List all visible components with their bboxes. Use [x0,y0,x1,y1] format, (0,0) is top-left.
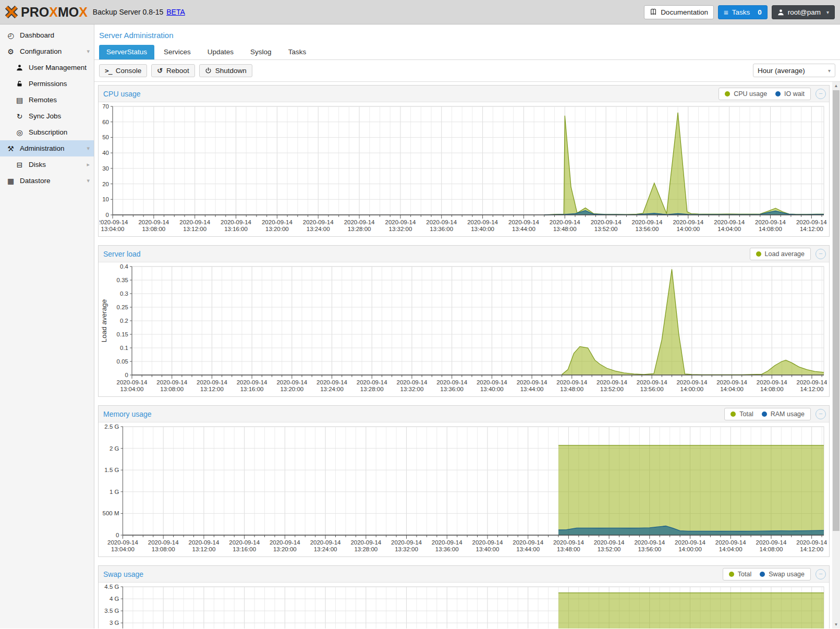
shutdown-button[interactable]: Shutdown [199,64,252,77]
svg-text:13:08:00: 13:08:00 [160,386,184,392]
scroll-up-icon[interactable]: ▲ [832,82,840,90]
reboot-icon: ↺ [157,67,163,75]
svg-text:0.35: 0.35 [117,277,128,283]
server-load-panel: Server load Load average − 00.050.10.150… [98,245,830,397]
tab-updates[interactable]: Updates [200,45,241,59]
sidebar-item-disks[interactable]: ⊟Disks▸ [0,156,94,173]
sidebar-item-configuration[interactable]: ⚙Configuration▾ [0,43,94,59]
svg-text:2020-09-14: 2020-09-14 [189,539,220,546]
timeframe-value: Hour (average) [758,67,828,75]
documentation-button[interactable]: Documentation [644,5,714,19]
swap-usage-chart: 0500 M1 G1.5 G2 G2.5 G3 G3.5 G4 G4.5 G20… [100,584,827,628]
svg-text:2020-09-14: 2020-09-14 [357,379,387,385]
svg-text:2020-09-14: 2020-09-14 [426,219,457,225]
beta-link[interactable]: BETA [166,8,185,16]
timeframe-select[interactable]: Hour (average) ▾ [753,64,835,77]
user-menu-button[interactable]: root@pam ▾ [772,5,835,19]
sidebar-item-permissions[interactable]: Permissions [0,76,94,92]
svg-text:2020-09-14: 2020-09-14 [344,219,375,225]
console-button[interactable]: >_ Console [99,64,147,77]
legend-dot-icon [760,572,765,577]
disk-icon: ⊟ [15,161,24,169]
svg-text:13:04:00: 13:04:00 [120,386,144,392]
svg-text:1 G: 1 G [109,489,119,495]
svg-text:0: 0 [106,212,109,218]
sidebar-item-remotes[interactable]: ▤Remotes [0,92,94,108]
svg-text:14:12:00: 14:12:00 [800,546,823,552]
chevron-down-icon: ▾ [87,145,90,152]
charts-scroll-area: CPU usage CPU usage IO wait − [94,82,840,628]
svg-text:2020-09-14: 2020-09-14 [675,539,705,546]
legend-item[interactable]: Total [731,410,753,418]
legend-item[interactable]: Total [729,571,751,578]
svg-text:0.15: 0.15 [117,331,128,337]
collapse-icon[interactable]: − [815,249,826,259]
svg-text:14:00:00: 14:00:00 [676,226,700,232]
panel-header: Memory usage Total RAM usage − [99,406,829,422]
svg-text:0.1: 0.1 [120,345,128,351]
server-load-chart: 00.050.10.150.20.250.30.350.42020-09-141… [100,263,827,394]
legend-item[interactable]: IO wait [775,90,805,98]
svg-text:13:40:00: 13:40:00 [480,386,504,392]
legend: Load average [750,248,811,260]
task-list-icon: ≡ [724,8,728,17]
svg-text:13:56:00: 13:56:00 [636,226,659,232]
sidebar-item-label: Disks [29,161,87,168]
cpu-usage-panel: CPU usage CPU usage IO wait − [98,85,830,237]
legend-item[interactable]: CPU usage [725,90,767,98]
collapse-icon[interactable]: − [815,569,826,579]
chevron-down-icon: ▾ [828,68,831,74]
sidebar-item-administration[interactable]: ⚒Administration▾ [0,140,94,156]
gear-icon: ⚙ [6,47,15,56]
legend-dot-icon [729,572,734,577]
svg-text:2020-09-14: 2020-09-14 [594,539,625,546]
svg-text:2020-09-14: 2020-09-14 [637,379,667,385]
svg-text:2020-09-14: 2020-09-14 [517,379,547,385]
scrollbar-thumb[interactable] [833,90,839,531]
svg-text:0.25: 0.25 [117,304,128,310]
sidebar-item-sync-jobs[interactable]: ↻Sync Jobs [0,108,94,124]
app-header: PROXMOX Backup Server 0.8-15 BETA Docume… [0,0,840,25]
legend: Total RAM usage [724,408,811,420]
svg-text:50: 50 [102,134,109,140]
chevron-down-icon: ▾ [87,177,90,184]
svg-text:500 M: 500 M [103,510,119,516]
svg-text:2020-09-14: 2020-09-14 [391,539,422,546]
memory-usage-panel: Memory usage Total RAM usage − [98,405,830,557]
tasks-label: Tasks [732,8,750,16]
console-label: Console [116,67,142,75]
svg-text:2020-09-14: 2020-09-14 [796,539,827,546]
tab-syslog[interactable]: Syslog [243,45,279,59]
svg-text:2020-09-14: 2020-09-14 [221,219,251,225]
tab-tasks[interactable]: Tasks [281,45,314,59]
svg-text:40: 40 [102,150,109,156]
svg-text:14:04:00: 14:04:00 [717,226,741,232]
svg-text:2020-09-14: 2020-09-14 [467,219,498,225]
legend-item[interactable]: RAM usage [762,410,805,418]
tasks-button[interactable]: ≡ Tasks 0 [718,5,768,19]
collapse-icon[interactable]: − [815,409,826,419]
sidebar-item-user-management[interactable]: User Management [0,59,94,76]
sidebar-item-subscription[interactable]: ◎Subscription [0,124,94,140]
svg-text:2020-09-14: 2020-09-14 [714,219,745,225]
svg-text:2020-09-14: 2020-09-14 [634,539,665,546]
svg-text:0.2: 0.2 [120,318,128,324]
svg-text:2020-09-14: 2020-09-14 [508,219,539,225]
legend-item[interactable]: Load average [756,250,805,258]
collapse-icon[interactable]: − [815,89,826,99]
svg-text:14:08:00: 14:08:00 [760,386,784,392]
svg-text:2020-09-14: 2020-09-14 [276,379,307,385]
chevron-down-icon: ▾ [826,9,829,15]
sidebar-item-dashboard[interactable]: ◴Dashboard [0,27,94,43]
book-icon [650,8,657,16]
svg-text:4.5 G: 4.5 G [104,584,119,590]
legend-item[interactable]: Swap usage [760,571,805,578]
tab-serverstatus[interactable]: ServerStatus [99,45,154,59]
tab-services[interactable]: Services [156,45,198,59]
reboot-button[interactable]: ↺ Reboot [151,64,194,77]
legend-dot-icon [725,91,730,96]
sidebar-item-label: Remotes [29,96,90,104]
scroll-down-icon[interactable]: ▼ [832,621,840,628]
sidebar-item-datastore[interactable]: ▦Datastore▾ [0,173,94,189]
cpu-usage-chart: 0102030405060702020-09-1413:04:002020-09… [100,103,827,234]
